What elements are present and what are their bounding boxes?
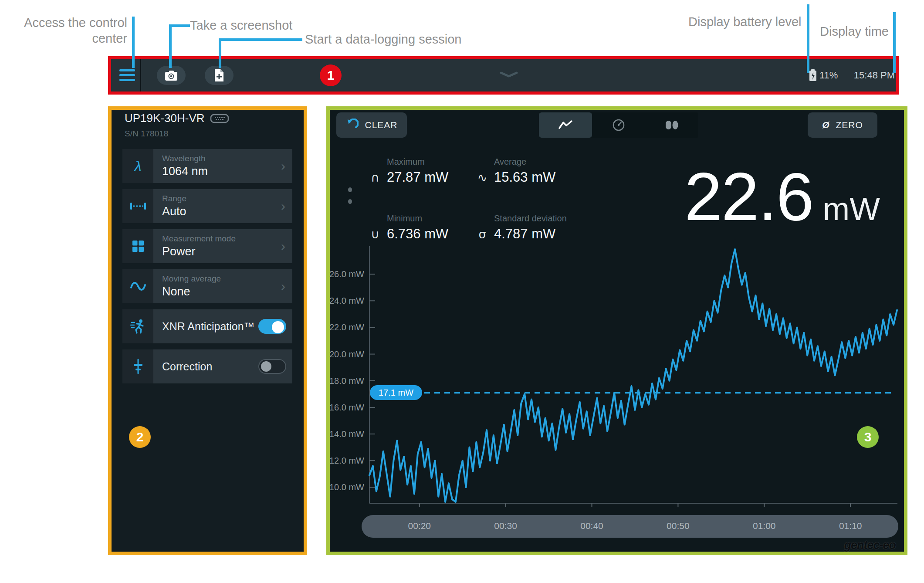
callout-line-screenshot-v	[169, 24, 172, 68]
setting-value: None	[162, 285, 292, 298]
device-serial: S/N 178018	[125, 129, 168, 139]
tab-needle-view[interactable]	[592, 112, 645, 138]
annotation-battery: Display battery level	[688, 14, 802, 30]
toggle-knob	[272, 321, 284, 333]
stat-value: 6.736 mW	[387, 226, 448, 242]
stat-average: Average ∿15.63 mW	[476, 157, 555, 185]
stat-label: Average	[494, 157, 555, 167]
gauge-icon	[612, 118, 626, 132]
clear-label: CLEAR	[365, 120, 397, 130]
chevron-right-icon: ›	[281, 279, 285, 294]
setting-xnr-anticipation[interactable]: XNR Anticipation™	[122, 309, 292, 343]
device-name: UP19K-30H-VR	[125, 112, 205, 125]
stat-value: 15.63 mW	[494, 169, 555, 185]
stat-value: 27.87 mW	[387, 169, 448, 185]
runner-icon	[122, 309, 153, 343]
setting-label: Measurement mode	[162, 234, 292, 244]
x-tick-label: 01:00	[751, 521, 777, 531]
correction-toggle[interactable]	[258, 359, 286, 374]
new-log-file-icon	[213, 69, 225, 82]
tab-scope-view[interactable]	[539, 112, 592, 138]
setting-range[interactable]: Range Auto ›	[122, 189, 292, 223]
screenshot-button[interactable]	[157, 66, 186, 85]
x-tick-label: 00:30	[493, 521, 519, 531]
setting-value: Auto	[162, 205, 292, 218]
correction-icon	[122, 349, 153, 383]
setting-label: Wavelength	[162, 154, 292, 163]
toggle-knob	[261, 361, 271, 372]
xnr-anticipation-toggle[interactable]	[258, 319, 286, 334]
stats-drag-handle[interactable]	[348, 187, 352, 204]
threshold-bubble[interactable]: 17.1 mW	[370, 385, 422, 400]
setting-moving-average[interactable]: Moving average None ›	[122, 269, 292, 303]
camera-icon	[165, 70, 178, 81]
minimum-icon: ∪	[369, 227, 382, 241]
callout-line-datalog-v	[219, 38, 221, 68]
chevron-right-icon: ›	[281, 239, 285, 254]
stat-label: Maximum	[387, 157, 448, 167]
pulldown-chevron-icon[interactable]	[499, 71, 518, 78]
grid-icon	[122, 229, 153, 263]
callout-badge-2: 2	[129, 426, 151, 448]
view-tabs	[539, 112, 698, 138]
stat-label: Standard deviation	[494, 214, 567, 224]
line-chart-icon	[558, 120, 573, 130]
callout-line-battery	[807, 4, 809, 73]
stat-maximum: Maximum ∩27.87 mW	[369, 157, 448, 185]
x-tick-label: 00:50	[665, 521, 691, 531]
manual-page: Access the control center Take a screens…	[0, 0, 924, 583]
zero-icon: Ø	[822, 120, 829, 130]
reading-value: 22.6	[684, 158, 813, 236]
control-center-menu-button[interactable]	[119, 69, 135, 81]
zero-label: ZERO	[836, 120, 863, 130]
stat-std-dev: Standard deviation σ4.787 mW	[476, 214, 567, 242]
setting-value: Power	[162, 245, 292, 258]
battery-icon	[809, 69, 817, 81]
chevron-right-icon: ›	[281, 199, 285, 214]
range-icon	[122, 189, 153, 223]
current-reading: 22.6 mW	[653, 158, 880, 236]
sigma-icon: σ	[476, 227, 489, 241]
connector-icon	[210, 113, 229, 124]
x-tick-label: 00:40	[579, 521, 605, 531]
annotation-time: Display time	[820, 24, 889, 39]
callout-line-screenshot-h	[169, 24, 190, 27]
annotation-datalog: Start a data-logging session	[305, 31, 462, 47]
setting-value: 1064 nm	[162, 165, 292, 178]
setting-correction[interactable]: Correction	[122, 349, 292, 383]
stat-label: Minimum	[387, 214, 448, 224]
average-icon: ∿	[476, 171, 489, 184]
callout-badge-1: 1	[320, 64, 342, 86]
setting-label: Range	[162, 194, 292, 203]
callout-line-control-center	[132, 17, 135, 68]
clear-button[interactable]: CLEAR	[336, 112, 407, 138]
top-bar-divider	[140, 59, 141, 92]
callout-badge-3: 3	[857, 426, 879, 448]
maximum-icon: ∩	[369, 171, 382, 184]
setting-wavelength[interactable]: λ Wavelength 1064 nm ›	[122, 149, 292, 183]
tab-averaging-view[interactable]	[645, 112, 698, 138]
battery-level: 11%	[819, 70, 838, 81]
settings-list: λ Wavelength 1064 nm › Range Auto ›	[122, 149, 292, 390]
stat-value: 4.787 mW	[494, 226, 555, 242]
sine-wave-icon	[122, 269, 153, 303]
callout-line-datalog-h	[219, 38, 302, 41]
cylinder-icon	[664, 120, 679, 130]
setting-label: Moving average	[162, 274, 292, 284]
device-header: UP19K-30H-VR	[125, 112, 229, 125]
callout-line-time	[893, 12, 896, 73]
annotation-control-center: Access the control center	[16, 15, 127, 46]
clock: 15:48 PM	[843, 70, 895, 81]
lambda-icon: λ	[122, 149, 153, 183]
x-tick-label: 00:20	[406, 521, 433, 531]
x-tick-label: 01:10	[837, 521, 863, 531]
data-logging-button[interactable]	[205, 66, 234, 85]
annotation-screenshot: Take a screenshot	[190, 17, 292, 33]
time-scrollbar[interactable]: 00:2000:3000:4000:5001:0001:10	[362, 515, 898, 538]
chevron-right-icon: ›	[281, 159, 285, 173]
reading-unit: mW	[823, 190, 880, 227]
setting-measurement-mode[interactable]: Measurement mode Power ›	[122, 229, 292, 263]
stat-minimum: Minimum ∪6.736 mW	[369, 214, 448, 242]
zero-button[interactable]: Ø ZERO	[808, 112, 877, 138]
gentec-logo: gentec-eo	[810, 539, 896, 552]
